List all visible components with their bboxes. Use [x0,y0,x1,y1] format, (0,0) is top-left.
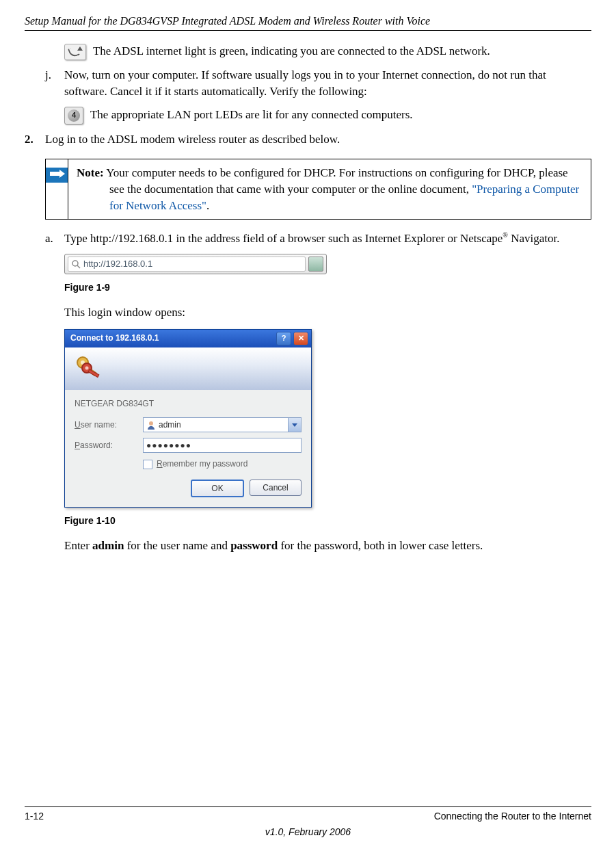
note-icon-cell [46,159,68,219]
password-label: Password: [75,440,143,451]
lan-text: The appropriate LAN port LEDs are lit fo… [90,108,413,121]
svg-point-6 [85,366,89,369]
registered-mark: ® [503,232,508,239]
content: The ADSL internet light is green, indica… [25,43,591,553]
svg-line-1 [77,265,80,268]
username-dropdown-icon[interactable] [288,418,301,432]
address-bar-inner: http://192.168.0.1 [68,257,306,272]
header-rule [25,30,591,31]
step-j-marker: j. [45,67,64,100]
footer: 1-12 Connecting the Router to the Intern… [25,806,591,839]
cancel-button[interactable]: Cancel [250,480,302,496]
note-period: . [206,199,209,212]
header-title: Setup Manual for the DG834GVSP Integrate… [25,14,591,29]
svg-point-0 [72,261,78,266]
go-button-icon [308,257,323,272]
footer-section: Connecting the Router to the Internet [434,810,591,824]
username-value: admin [159,419,181,431]
username-label: User name: [75,419,143,431]
address-bar-text: http://192.168.0.1 [83,258,152,270]
svg-rect-7 [88,369,99,377]
close-button[interactable]: ✕ [293,332,308,345]
password-row: Password: ●●●●●●●● [75,438,302,453]
user-icon [146,420,156,430]
login-dialog-figure: Connect to 192.168.0.1 ? ✕ NETGEAR DG834… [64,329,312,508]
adsl-text: The ADSL internet light is green, indica… [93,44,490,57]
step-a: a. Type http://192.168.0.1 in the addres… [45,231,591,247]
search-icon [71,259,81,269]
step-a-text-2: Navigator. [508,232,560,245]
note-label: Note: [77,166,104,179]
step-j-text: Now, turn on your computer. If software … [64,67,591,100]
login-banner [65,347,311,390]
figure-1-9-caption: Figure 1-9 [64,281,591,295]
login-title: Connect to 192.168.0.1 [70,332,274,344]
footer-version: v1.0, February 2006 [25,826,591,839]
final-1: Enter [64,539,92,552]
step-j: j. Now, turn on your computer. If softwa… [45,67,591,100]
login-titlebar: Connect to 192.168.0.1 ? ✕ [65,330,311,347]
help-button[interactable]: ? [276,332,291,345]
note-text: Note: Your computer needs to be configur… [68,159,591,219]
username-field[interactable]: admin [143,417,302,432]
port-number-value: 4 [68,109,80,122]
login-server-name: NETGEAR DG834GT [75,398,302,410]
step-2-text: Log in to the ADSL modem wireless router… [45,131,340,148]
login-buttons: OK Cancel [75,480,302,497]
ok-button[interactable]: OK [191,480,244,497]
remember-label: Remember my password [157,458,247,470]
figure-1-10-caption: Figure 1-10 [64,514,591,528]
remember-checkbox[interactable] [143,460,152,469]
password-value: ●●●●●●●● [146,440,191,451]
keys-icon [73,353,103,383]
address-bar-figure: http://192.168.0.1 [64,254,327,274]
login-body: NETGEAR DG834GT User name: admin Passwor… [65,390,311,508]
final-admin: admin [92,539,124,552]
login-opens-text: This login window opens: [64,304,591,321]
final-paragraph: Enter admin for the user name and passwo… [64,538,591,554]
footer-rule [25,806,591,807]
step-a-text-1: Type http://192.168.0.1 in the address f… [64,232,503,245]
svg-point-8 [149,421,153,425]
note-box: Note: Your computer needs to be configur… [45,159,591,220]
final-3: for the password, both in lower case let… [278,539,483,552]
footer-page: 1-12 [25,810,44,824]
adsl-paragraph: The ADSL internet light is green, indica… [64,43,591,60]
lan-paragraph: 4 The appropriate LAN port LEDs are lit … [64,107,591,124]
step-a-text: Type http://192.168.0.1 in the address f… [64,231,559,247]
note-arrow-icon [46,168,68,183]
remember-row: Remember my password [143,458,302,470]
final-password: password [230,539,278,552]
username-row: User name: admin [75,417,302,432]
final-2: for the user name and [124,539,230,552]
step-a-marker: a. [45,231,64,247]
step-2: 2. Log in to the ADSL modem wireless rou… [25,131,591,148]
adsl-link-icon [64,44,86,60]
port-number-icon: 4 [64,107,83,124]
step-2-marker: 2. [25,131,45,148]
password-field[interactable]: ●●●●●●●● [143,438,302,453]
